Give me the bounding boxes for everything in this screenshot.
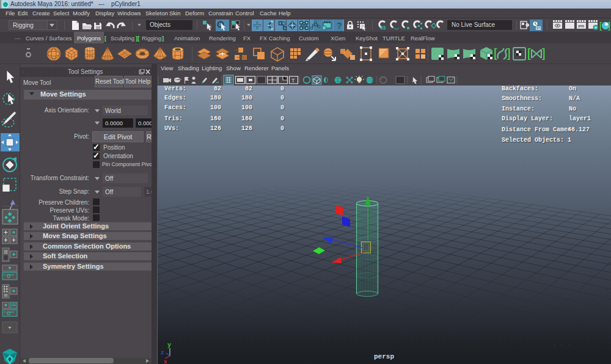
svg-text:[: [ — [599, 21, 602, 31]
svg-text:T: T — [291, 78, 295, 84]
svg-text:x: x — [164, 359, 167, 364]
svg-text:]: ] — [542, 46, 546, 60]
svg-text:[: [ — [494, 46, 497, 60]
svg-text:]: ] — [608, 21, 610, 31]
svg-text:y: y — [167, 342, 171, 349]
svg-text:z: z — [161, 350, 164, 356]
svg-text:?: ? — [337, 21, 342, 31]
svg-text:IPR: IPR — [578, 24, 585, 28]
svg-text:]: ] — [507, 46, 511, 60]
svg-text:[: [ — [527, 46, 531, 60]
